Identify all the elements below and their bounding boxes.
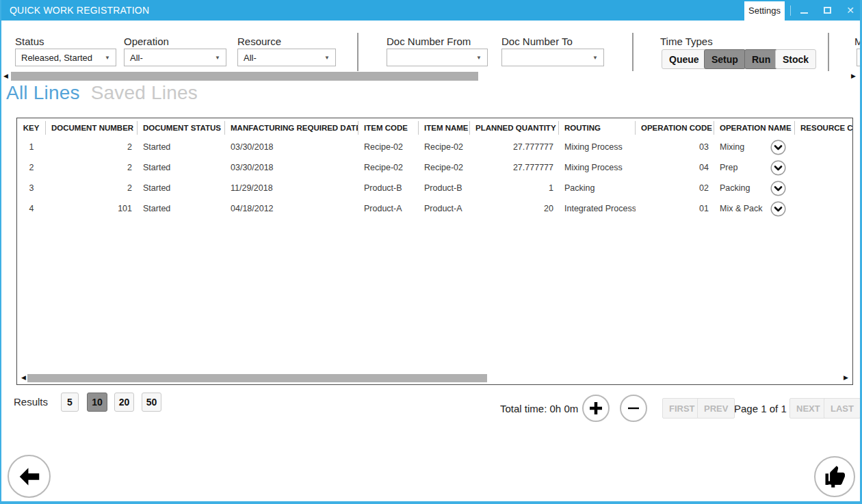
chevron-down-icon: ▼ xyxy=(476,55,482,61)
row-expand-button[interactable] xyxy=(770,139,787,155)
grid-body: 12Started03/30/2018Recipe-02Recipe-0227.… xyxy=(17,137,852,219)
prev-page-button[interactable]: PREV xyxy=(697,398,735,419)
clipped-filter-field[interactable]: 1 xyxy=(857,49,862,66)
doc-number-to-dropdown[interactable]: ▼ xyxy=(501,49,604,66)
chevron-down-icon: ▼ xyxy=(215,55,220,61)
page-size-50-button[interactable]: 50 xyxy=(142,393,161,412)
scroll-left-icon[interactable]: ◀ xyxy=(3,72,8,81)
page-size-20-button[interactable]: 20 xyxy=(114,393,134,412)
resource-dropdown[interactable]: All- ▼ xyxy=(237,49,336,66)
table-cell: Product-B xyxy=(358,183,419,193)
column-header-manfacturing-required-date[interactable]: MANFACTURING REQUIRED DATE xyxy=(225,121,358,135)
doc-number-from-dropdown[interactable]: ▼ xyxy=(387,49,488,66)
back-button[interactable] xyxy=(8,455,51,498)
first-page-button[interactable]: FIRST xyxy=(662,398,702,419)
table-cell: 02 xyxy=(636,183,714,193)
table-cell: 4 xyxy=(17,204,46,213)
chevron-down-icon xyxy=(770,201,786,217)
column-header-operation-name[interactable]: OPERATION NAME xyxy=(714,121,795,135)
table-cell: 04/18/2012 xyxy=(225,204,358,213)
table-cell: 2 xyxy=(46,163,138,172)
last-page-button[interactable]: LAST xyxy=(824,398,861,419)
table-row[interactable]: 22Started03/30/2018Recipe-02Recipe-0227.… xyxy=(17,157,852,178)
column-header-item-name[interactable]: ITEM NAME xyxy=(419,121,470,135)
tab-all-lines[interactable]: All Lines xyxy=(6,82,80,104)
row-expand-button[interactable] xyxy=(770,200,787,217)
table-cell: Mix & Pack xyxy=(714,200,795,217)
grid-scrollbar: ◀ ▶ xyxy=(18,373,851,383)
plus-icon xyxy=(588,400,604,416)
thumbs-up-plus-icon xyxy=(822,464,847,489)
table-cell: 01 xyxy=(636,204,714,213)
doc-number-from-label: Doc Number From xyxy=(387,36,471,47)
scroll-right-icon[interactable]: ▶ xyxy=(844,373,848,382)
results-label: Results xyxy=(14,396,48,408)
column-header-resource-co[interactable]: RESOURCE CO xyxy=(795,121,853,135)
operation-name-value: Prep xyxy=(720,163,737,172)
table-row[interactable]: 32Started11/29/2018Product-BProduct-B1Pa… xyxy=(17,178,852,198)
table-cell: 04 xyxy=(636,163,714,172)
approve-add-button[interactable] xyxy=(814,456,855,497)
minus-icon xyxy=(625,400,642,416)
column-header-planned-quantity[interactable]: PLANNED QUANTITY xyxy=(470,121,559,135)
time-type-stock-button[interactable]: Stock xyxy=(775,49,816,69)
table-cell: Product-A xyxy=(358,204,419,213)
table-row[interactable]: 4101Started04/18/2012Product-AProduct-A2… xyxy=(17,198,852,219)
column-header-document-number[interactable]: DOCUMENT NUMBER xyxy=(46,121,138,135)
table-cell: 3 xyxy=(17,183,46,193)
time-types-label: Time Types xyxy=(660,36,713,47)
column-header-operation-code[interactable]: OPERATION CODE xyxy=(636,121,714,135)
table-cell: 20 xyxy=(470,204,559,213)
table-cell: Mixing xyxy=(714,139,795,155)
grid-scrollbar-thumb[interactable] xyxy=(27,374,487,382)
column-header-item-code[interactable]: ITEM CODE xyxy=(358,121,419,135)
app-window: QUICK WORK REGISTRATION Settings ✕ Statu… xyxy=(0,0,862,504)
table-cell: Recipe-02 xyxy=(358,163,419,172)
page-size-5-button[interactable]: 5 xyxy=(61,393,79,412)
table-cell: Started xyxy=(138,183,225,193)
column-header-routing[interactable]: ROUTING xyxy=(559,121,636,135)
scroll-right-icon[interactable]: ▶ xyxy=(851,72,856,81)
titlebar-separator xyxy=(790,5,791,16)
time-type-queue-button[interactable]: Queue xyxy=(662,49,707,69)
filter-divider xyxy=(357,33,358,71)
filter-scrollbar-thumb[interactable] xyxy=(11,72,478,81)
page-size-10-button[interactable]: 10 xyxy=(87,393,107,412)
grid-header-row: KEYDOCUMENT NUMBERDOCUMENT STATUSMANFACT… xyxy=(17,118,852,137)
time-type-setup-button[interactable]: Setup xyxy=(704,49,746,69)
operation-dropdown[interactable]: All- ▼ xyxy=(124,49,226,66)
maximize-button[interactable] xyxy=(817,0,837,21)
tab-saved-lines[interactable]: Saved Lines xyxy=(91,82,198,104)
row-expand-button[interactable] xyxy=(770,180,787,196)
chevron-down-icon xyxy=(770,181,786,196)
column-header-key[interactable]: KEY xyxy=(17,121,46,135)
subtract-time-button[interactable] xyxy=(620,395,647,422)
back-arrow-icon xyxy=(16,464,42,490)
work-lines-grid: KEYDOCUMENT NUMBERDOCUMENT STATUSMANFACT… xyxy=(16,118,853,385)
minimize-button[interactable] xyxy=(794,0,814,21)
row-expand-button[interactable] xyxy=(770,159,787,176)
total-time-label: Total time: 0h 0m xyxy=(500,403,578,414)
chevron-down-icon: ▼ xyxy=(592,55,598,61)
table-cell: Recipe-02 xyxy=(358,142,419,152)
operation-name-value: Mixing xyxy=(720,142,744,152)
column-header-document-status[interactable]: DOCUMENT STATUS xyxy=(138,121,225,135)
time-type-run-button[interactable]: Run xyxy=(744,49,778,69)
table-cell: Recipe-02 xyxy=(419,142,470,152)
add-time-button[interactable] xyxy=(582,395,610,422)
chevron-down-icon xyxy=(770,160,786,176)
close-button[interactable]: ✕ xyxy=(840,0,861,21)
table-cell: 11/29/2018 xyxy=(225,183,358,193)
resource-value: All- xyxy=(244,53,257,63)
page-indicator: Page 1 of 1 xyxy=(734,403,787,414)
table-row[interactable]: 12Started03/30/2018Recipe-02Recipe-0227.… xyxy=(17,137,852,157)
table-cell: 03/30/2018 xyxy=(225,163,358,172)
chevron-down-icon: ▼ xyxy=(105,55,110,61)
tab-settings[interactable]: Settings xyxy=(744,1,785,21)
scroll-left-icon[interactable]: ◀ xyxy=(21,373,26,382)
status-dropdown[interactable]: Released, Started ▼ xyxy=(15,49,116,66)
next-page-button[interactable]: NEXT xyxy=(789,398,827,419)
operation-label: Operation xyxy=(124,36,169,47)
status-value: Released, Started xyxy=(21,53,92,63)
maximize-icon xyxy=(824,7,831,14)
